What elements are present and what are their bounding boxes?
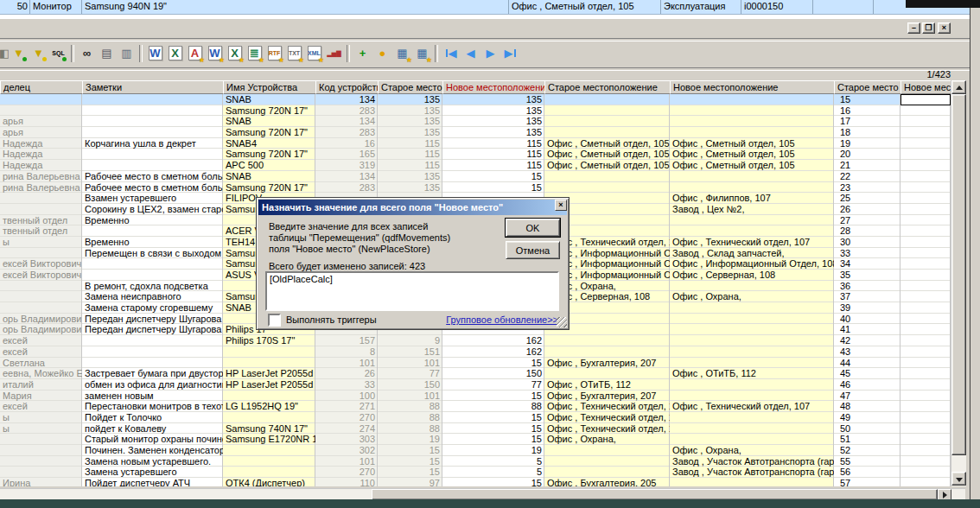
cell-old-location-id[interactable]: 135 xyxy=(378,116,442,127)
export-word-icon[interactable]: W xyxy=(145,44,165,63)
cell-notes[interactable]: Замена устаревшего xyxy=(82,467,223,478)
cell-new-place[interactable] xyxy=(900,105,951,117)
cell-old-place[interactable]: 27 xyxy=(834,215,900,226)
cell-new-location-id[interactable]: 15 xyxy=(442,478,544,486)
cell-notes[interactable] xyxy=(82,225,223,237)
send-word-icon[interactable]: W★ xyxy=(205,44,225,63)
cell-device-code[interactable]: 16 xyxy=(315,138,378,149)
cell-device-code[interactable]: 33 xyxy=(315,379,378,391)
cell-new-location-id[interactable]: 135 xyxy=(442,105,544,117)
cell-owner[interactable]: ексей xyxy=(0,335,82,346)
scroll-down-button[interactable] xyxy=(951,472,966,486)
cell-owner[interactable] xyxy=(0,291,82,302)
cell-old-location[interactable]: Офис , Сметный отдел, 105 xyxy=(544,160,670,171)
cell-new-location-id[interactable]: 77 xyxy=(442,379,544,391)
cell-new-place[interactable] xyxy=(900,434,951,445)
cell-device-code[interactable]: 101 xyxy=(315,456,378,467)
cell-new-place[interactable] xyxy=(900,456,951,467)
cell-old-location[interactable] xyxy=(544,335,670,346)
cell-new-location[interactable] xyxy=(670,116,834,127)
header-new-location-id[interactable]: Новое местоположение ID xyxy=(442,80,546,94)
cell-old-location-id[interactable]: 135 xyxy=(378,105,442,117)
cell-new-location-id[interactable]: 15 xyxy=(442,434,544,445)
cell-old-location[interactable] xyxy=(544,467,670,478)
cell-old-place[interactable]: 19 xyxy=(834,138,900,149)
cell-owner[interactable] xyxy=(0,456,82,467)
cell-new-place[interactable] xyxy=(900,171,951,182)
cell-owner[interactable]: рина Валерьевна xyxy=(0,171,82,182)
table-row[interactable]: Старый монитор охраны починен Samsung E1… xyxy=(0,434,951,445)
cell-notes[interactable]: Взамен устаревшего xyxy=(82,193,223,204)
cell-old-location-id[interactable]: 19 xyxy=(378,434,442,445)
cell-device-name[interactable] xyxy=(223,467,315,478)
cell-old-place[interactable]: 28 xyxy=(834,225,900,237)
cell-notes[interactable] xyxy=(82,116,223,127)
cell-old-place[interactable]: 48 xyxy=(834,401,900,412)
background-grid-row[interactable]: 50 Монитор Samsung 940N 19" Офис , Сметн… xyxy=(0,0,970,15)
cell-new-location-id[interactable]: 115 xyxy=(442,160,544,171)
cell-new-location[interactable]: Офис , Филиппов, 107 xyxy=(670,193,834,204)
cell-old-location[interactable]: Офис , Технический отдел, 107 xyxy=(544,423,670,435)
cell-old-location-id[interactable]: 101 xyxy=(378,358,442,369)
cell-owner[interactable]: Светлана xyxy=(0,358,82,369)
cell-new-location-id[interactable]: 15 xyxy=(442,358,544,369)
cell-new-location-id[interactable]: 162 xyxy=(442,346,544,358)
cancel-button[interactable]: Отмена xyxy=(506,241,560,259)
table-row[interactable]: ы пойдет к Ковалеву Samsung 740N 17" 274… xyxy=(0,423,951,435)
cell-device-name[interactable] xyxy=(223,456,315,467)
cell-owner[interactable]: орь Владимирович xyxy=(0,314,82,325)
cell-new-location-id[interactable]: 88 xyxy=(442,401,544,412)
cell-new-location[interactable] xyxy=(670,358,834,369)
cell-old-location[interactable]: Офис , Сметный отдел, 105 xyxy=(544,138,670,149)
group-update-link[interactable]: Групповое обновление>> xyxy=(446,314,558,325)
cell-owner[interactable]: Мария xyxy=(0,391,82,402)
cell-device-code[interactable]: 270 xyxy=(315,412,378,423)
cell-device-name[interactable]: Samsung 720N 17" xyxy=(223,105,315,117)
export-pdf-icon[interactable]: A★ xyxy=(185,44,205,63)
table-row[interactable]: SNAB 134 135 135 15 xyxy=(0,94,951,105)
cell-old-location-id[interactable]: 135 xyxy=(378,94,442,105)
cell-notes[interactable] xyxy=(82,346,223,358)
header-old-location-id[interactable]: Старое местопо... xyxy=(378,80,444,94)
cell-owner[interactable]: ы xyxy=(0,423,82,435)
cell-owner[interactable]: твенный отдел xyxy=(0,215,82,226)
cell-old-place[interactable]: 36 xyxy=(834,281,900,292)
cell-notes[interactable] xyxy=(82,127,223,138)
cell-new-location-id[interactable]: 162 xyxy=(442,335,544,346)
cell-old-place[interactable]: 26 xyxy=(834,204,900,215)
cell-new-location[interactable] xyxy=(670,281,834,292)
cell-device-code[interactable]: 271 xyxy=(315,401,378,412)
cell-device-name[interactable]: SNAB xyxy=(223,116,315,127)
cell-old-place[interactable]: 47 xyxy=(834,391,900,402)
cell-old-location-id[interactable]: 77 xyxy=(378,368,442,379)
cell-old-place[interactable]: 33 xyxy=(834,248,900,259)
cell-old-location-id[interactable]: 88 xyxy=(378,401,442,412)
cell-owner[interactable] xyxy=(0,467,82,478)
cell-old-place[interactable]: 17 xyxy=(834,116,900,127)
edit-record-icon[interactable]: ● xyxy=(372,44,392,63)
cell-device-name[interactable]: HP LaserJet P2055d xyxy=(223,379,315,391)
cell-device-name[interactable]: SNAB xyxy=(223,94,315,105)
cell-old-location-id[interactable]: 15 xyxy=(378,456,442,467)
cell-owner[interactable]: Надежда xyxy=(0,149,82,160)
cell-device-code[interactable]: 270 xyxy=(315,467,378,478)
cell-old-location[interactable]: Офис , Охрана, xyxy=(544,434,670,445)
cell-old-location[interactable]: Офис , Бухгалтерия, 207 xyxy=(544,358,670,369)
cell-owner[interactable]: ы xyxy=(0,412,82,423)
cell-device-name[interactable]: Samsung 720N 17" xyxy=(223,149,315,160)
header-old-place[interactable]: Старое место xyxy=(834,80,902,94)
cell-old-place[interactable]: 35 xyxy=(834,270,900,281)
print-icon[interactable]: ▤ xyxy=(97,44,117,63)
cell-new-place[interactable] xyxy=(900,237,951,248)
nav-last-icon[interactable]: ▶ xyxy=(500,44,520,63)
cell-new-place[interactable] xyxy=(900,423,951,435)
cell-new-location[interactable]: Офис , Охрана, xyxy=(670,291,834,302)
cell-old-location-id[interactable]: 97 xyxy=(378,478,442,486)
cell-new-location[interactable] xyxy=(670,171,834,182)
cell-owner[interactable]: ексей xyxy=(0,346,82,358)
cell-new-place[interactable] xyxy=(900,127,951,138)
cell-new-location[interactable] xyxy=(670,391,834,402)
cell-new-location[interactable] xyxy=(670,412,834,423)
cell-old-place[interactable]: 55 xyxy=(834,456,900,467)
cell-old-place[interactable]: 34 xyxy=(834,258,900,270)
